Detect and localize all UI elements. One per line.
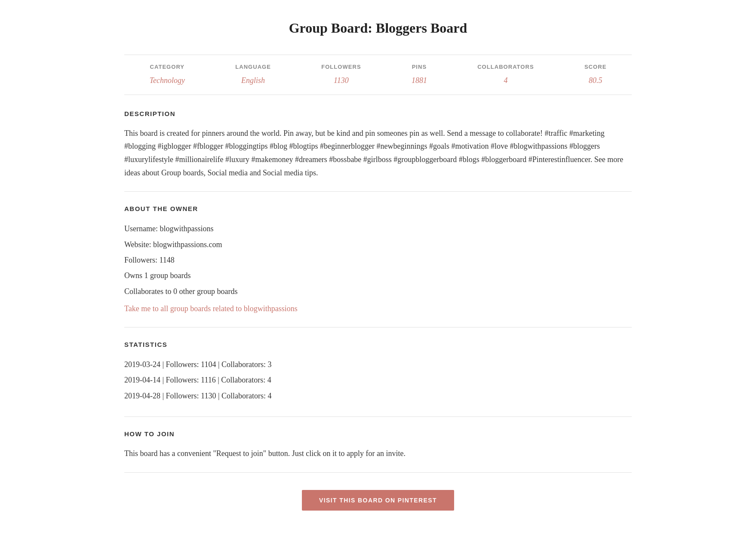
owner-info: Username: blogwithpassions Website: blog… <box>124 222 632 315</box>
stat-score: SCORE 80.5 <box>584 63 606 87</box>
stat-collaborators-value: 4 <box>504 76 507 85</box>
visit-board-button[interactable]: VISIT THIS BOARD ON PINTEREST <box>302 490 454 511</box>
stat-category-value: Technology <box>150 76 185 85</box>
stat-pins-label: PINS <box>412 63 427 72</box>
stat-score-value: 80.5 <box>589 76 602 85</box>
about-owner-title: ABOUT THE OWNER <box>124 204 632 214</box>
statistics-section: STATISTICS 2019-03-24 | Followers: 1104 … <box>124 340 632 417</box>
stat-language-value: English <box>241 76 265 85</box>
stat-pins: PINS 1881 <box>412 63 427 87</box>
stat-followers: FOLLOWERS 1130 <box>321 63 361 87</box>
how-to-join-text: This board has a convenient "Request to … <box>124 447 632 460</box>
owner-group-boards-link[interactable]: Take me to all group boards related to b… <box>124 303 298 315</box>
stat-score-label: SCORE <box>584 63 606 72</box>
stat-category-label: CATEGORY <box>150 63 185 72</box>
statistics-title: STATISTICS <box>124 340 632 350</box>
stat-entry-2: 2019-04-28 | Followers: 1130 | Collabora… <box>124 389 632 403</box>
description-text: This board is created for pinners around… <box>124 127 632 179</box>
stat-entry-0: 2019-03-24 | Followers: 1104 | Collabora… <box>124 358 632 371</box>
button-container: VISIT THIS BOARD ON PINTEREST <box>124 490 632 511</box>
owner-owns: Owns 1 group boards <box>124 269 632 282</box>
stat-pins-value: 1881 <box>412 76 427 85</box>
description-section: DESCRIPTION This board is created for pi… <box>124 109 632 192</box>
owner-collaborates: Collaborates to 0 other group boards <box>124 285 632 298</box>
stat-entry-1: 2019-04-14 | Followers: 1116 | Collabora… <box>124 373 632 387</box>
stat-followers-value: 1130 <box>334 76 349 85</box>
statistics-list: 2019-03-24 | Followers: 1104 | Collabora… <box>124 358 632 403</box>
owner-website: Website: blogwithpassions.com <box>124 238 632 251</box>
stats-bar: CATEGORY Technology LANGUAGE English FOL… <box>124 55 632 95</box>
stat-followers-label: FOLLOWERS <box>321 63 361 72</box>
stat-language: LANGUAGE English <box>235 63 271 87</box>
stat-language-label: LANGUAGE <box>235 63 271 72</box>
stat-category: CATEGORY Technology <box>150 63 185 87</box>
stat-collaborators: COLLABORATORS 4 <box>477 63 534 87</box>
page-title: Group Board: Bloggers Board <box>124 17 632 39</box>
about-owner-section: ABOUT THE OWNER Username: blogwithpassio… <box>124 204 632 327</box>
stat-collaborators-label: COLLABORATORS <box>477 63 534 72</box>
owner-username: Username: blogwithpassions <box>124 222 632 236</box>
how-to-join-section: HOW TO JOIN This board has a convenient … <box>124 429 632 473</box>
description-title: DESCRIPTION <box>124 109 632 119</box>
how-to-join-title: HOW TO JOIN <box>124 429 632 439</box>
owner-followers: Followers: 1148 <box>124 253 632 267</box>
